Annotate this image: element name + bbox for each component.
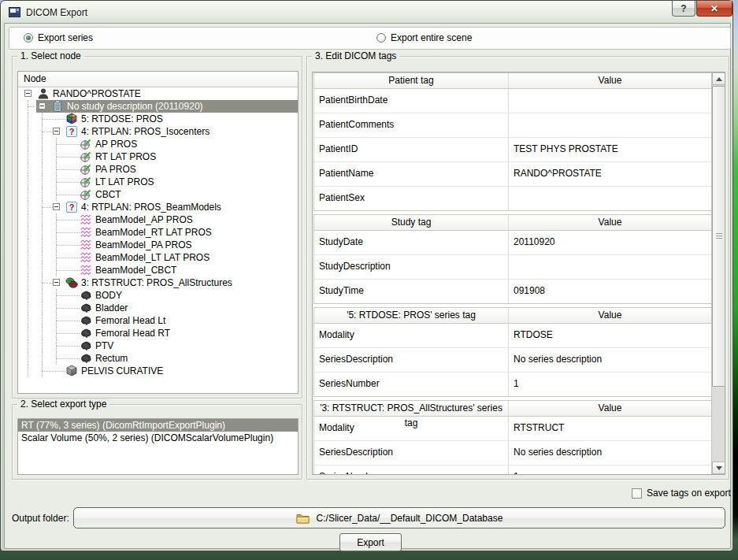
tag-value-cell[interactable] xyxy=(509,187,711,210)
tag-value-cell[interactable]: 1 xyxy=(509,465,711,475)
scroll-up-button[interactable] xyxy=(712,72,725,85)
tree-item-label: Rectum xyxy=(95,352,128,365)
tree-item-4-rtplan-pros-beammodels[interactable]: ?4: RTPLAN: PROS_BeamModels xyxy=(18,201,298,213)
tag-value-cell[interactable] xyxy=(509,89,711,113)
tree-item-rando-prostate[interactable]: RANDO^PROSTATE xyxy=(18,87,298,100)
tree-item-rt-lat-pros[interactable]: RT LAT PROS xyxy=(18,150,298,163)
tree-item-beammodel-rt-lat-pros[interactable]: BeamModel_RT LAT PROS xyxy=(18,226,298,239)
export-type-item-rt-77-3-series-dicomrtimportex[interactable]: RT (77%, 3 series) (DicomRtImportExportP… xyxy=(18,419,298,432)
tree-item-femoral-head-lt[interactable]: Femoral Head Lt xyxy=(18,314,298,327)
tree-expander[interactable] xyxy=(53,128,60,135)
export-type-list: RT (77%, 3 series) (DicomRtImportExportP… xyxy=(17,418,299,475)
tag-name-cell[interactable]: SeriesDescription xyxy=(314,348,509,372)
tree-expander[interactable] xyxy=(39,102,46,109)
tree-item-beammodel-lt-lat-pros[interactable]: BeamModel_LT LAT PROS xyxy=(18,251,298,264)
export-button[interactable]: Export xyxy=(339,533,402,551)
tree-item-beammodel-pa-pros[interactable]: BeamModel_PA PROS xyxy=(18,239,298,251)
tag-value-cell[interactable] xyxy=(509,255,711,279)
radio-export-series[interactable]: Export series xyxy=(24,32,93,43)
tree-item-pa-pros[interactable]: PA PROS xyxy=(18,163,298,176)
structure-icon xyxy=(80,339,92,352)
tag-value-cell[interactable]: TEST PHYS PROSTATE xyxy=(509,138,711,161)
tag-row-studydate: StudyDate20110920 xyxy=(314,231,711,255)
radio-export-entire-scene[interactable]: Export entire scene xyxy=(376,32,472,43)
tag-name-cell[interactable]: Modality xyxy=(314,324,509,347)
tree-item-3-rtstruct-pros-allstructures[interactable]: 3: RTSTRUCT: PROS_AllStructures xyxy=(18,276,298,289)
tag-value-cell[interactable]: No series description xyxy=(509,441,711,465)
tag-row-modality: ModalityRTDOSE xyxy=(314,324,711,348)
tag-name-cell[interactable]: StudyTime xyxy=(314,280,509,303)
tag-name-cell[interactable]: PatientID xyxy=(314,138,509,161)
tag-value-cell[interactable]: 091908 xyxy=(509,280,711,303)
tag-name-cell[interactable]: SeriesNumber xyxy=(314,465,509,475)
tree-item-label: 3: RTSTRUCT: PROS_AllStructures xyxy=(81,276,232,289)
tag-name-cell[interactable]: Modality xyxy=(314,417,509,440)
tag-value-cell[interactable] xyxy=(509,113,711,137)
scrollbar-grip-icon xyxy=(716,233,722,239)
tag-name-cell[interactable]: StudyDate xyxy=(314,231,509,254)
question-icon: ? xyxy=(65,201,78,213)
tree-item-pelvis-curative[interactable]: PELVIS CURATIVE xyxy=(18,365,298,377)
save-tags-checkbox[interactable]: Save tags on export xyxy=(632,488,731,499)
tree-item-5-rtdose-pros[interactable]: 5: RTDOSE: PROS xyxy=(18,113,298,125)
tree-item-beammodel-ap-pros[interactable]: BeamModel_AP PROS xyxy=(18,213,298,226)
tag-name-cell[interactable]: PatientComments xyxy=(314,113,509,137)
tag-name-cell[interactable]: SeriesDescription xyxy=(314,441,509,465)
tag-row-seriesdescription: SeriesDescriptionNo series description xyxy=(314,348,711,373)
tag-row-seriesdescription: SeriesDescriptionNo series description xyxy=(314,441,711,465)
help-button[interactable]: ? xyxy=(672,1,695,17)
tag-name-cell[interactable]: PatientBirthDate xyxy=(314,89,509,113)
tree-item-ap-pros[interactable]: AP PROS xyxy=(18,138,298,150)
tag-name-cell[interactable]: SeriesNumber xyxy=(314,373,509,396)
tag-column-header: '3: RTSTRUCT: PROS_AllStructures' series… xyxy=(314,401,509,417)
edit-dicom-tags-group: 3. Edit DICOM tags Patient tagValuePatie… xyxy=(306,56,729,480)
tree-expander[interactable] xyxy=(24,90,32,97)
scroll-down-button[interactable] xyxy=(712,462,725,474)
tree-expander[interactable] xyxy=(53,279,60,286)
tree-item-bladder[interactable]: Bladder xyxy=(18,302,298,314)
node-tree: Node RANDO^PROSTATENo study description … xyxy=(17,71,299,394)
tree-item-label: BeamModel_CBCT xyxy=(95,264,176,276)
fiducial-icon xyxy=(80,138,92,150)
tree-item-cbct[interactable]: CBCT xyxy=(18,188,298,201)
tag-value-cell[interactable]: RTDOSE xyxy=(509,324,711,347)
tag-name-cell[interactable]: PatientSex xyxy=(314,187,509,210)
scrollbar-thumb[interactable] xyxy=(712,86,725,387)
dose-icon xyxy=(65,113,78,125)
title-bar[interactable]: DICOM Export xyxy=(2,2,696,23)
tree-item-ptv[interactable]: PTV xyxy=(18,339,298,352)
structset-icon xyxy=(65,276,78,289)
tree-item-rectum[interactable]: Rectum xyxy=(18,352,298,365)
tag-value-cell[interactable]: RANDO^PROSTATE xyxy=(509,162,711,186)
tag-value-cell[interactable]: No series description xyxy=(509,348,711,372)
folder-icon xyxy=(296,513,310,524)
svg-text:?: ? xyxy=(69,202,75,212)
tree-item-body[interactable]: BODY xyxy=(18,289,298,302)
export-type-item-scalar-volume-50-2-series-dico[interactable]: Scalar Volume (50%, 2 series) (DICOMScal… xyxy=(18,432,298,444)
dicom-tags-table: Patient tagValuePatientBirthDatePatientC… xyxy=(312,72,725,475)
tree-item-label: PTV xyxy=(95,339,113,352)
tree-item-label: 4: RTPLAN: PROS_Isocenters xyxy=(81,125,210,138)
vertical-scrollbar[interactable] xyxy=(711,72,725,474)
tag-value-cell[interactable]: 1 xyxy=(509,373,711,396)
tag-name-cell[interactable]: StudyDescription xyxy=(314,255,509,279)
tree-item-label: Bladder xyxy=(95,302,128,314)
tree-item-beammodel-cbct[interactable]: BeamModel_CBCT xyxy=(18,264,298,276)
save-tags-label: Save tags on export xyxy=(647,488,731,499)
tree-item-label: Femoral Head Lt xyxy=(95,314,165,327)
tag-value-cell[interactable]: RTSTRUCT xyxy=(509,417,711,440)
tag-name-cell[interactable]: PatientName xyxy=(314,162,509,186)
tag-row-studydescription: StudyDescription xyxy=(314,255,711,280)
tree-item-4-rtplan-pros-isocenters[interactable]: ?4: RTPLAN: PROS_Isocenters xyxy=(18,125,298,138)
checkbox-box-icon xyxy=(632,488,642,499)
output-folder-button[interactable]: C:/Slicer_Data/__Default_DICOM_Database xyxy=(73,507,725,528)
close-button[interactable]: ✕ xyxy=(696,1,732,17)
tree-item-femoral-head-rt[interactable]: Femoral Head RT xyxy=(18,327,298,339)
tag-value-cell[interactable]: 20110920 xyxy=(509,231,711,254)
tag-row-patientid: PatientIDTEST PHYS PROSTATE xyxy=(314,138,711,162)
help-icon: ? xyxy=(681,3,686,14)
tag-column-header: Patient tag xyxy=(314,73,509,89)
tree-item-no-study-description-20110920[interactable]: No study description (20110920) xyxy=(18,100,298,113)
tree-expander[interactable] xyxy=(53,203,60,210)
tree-item-lt-lat-pros[interactable]: LT LAT PROS xyxy=(18,176,298,188)
